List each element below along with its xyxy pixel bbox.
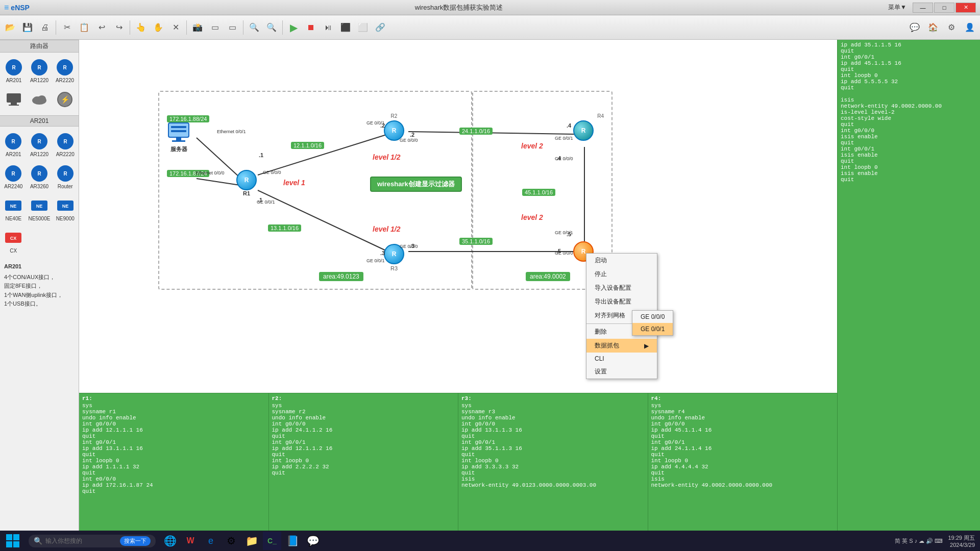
taskbar-terminal[interactable]: C_ bbox=[263, 532, 281, 550]
tb-select[interactable]: 👆 bbox=[133, 19, 149, 36]
sidebar-ar3260[interactable]: R AR3260 bbox=[27, 162, 52, 192]
ne5000e-grid-icon: NE bbox=[30, 196, 48, 215]
tb-play[interactable]: ▶ bbox=[285, 19, 302, 36]
port-ge001-r2: GE 0/0/1 bbox=[366, 120, 385, 126]
router-r4[interactable]: R4 R bbox=[573, 120, 594, 141]
terminal-r2[interactable]: r2: syssysname r2undo info enableint g0/… bbox=[269, 393, 459, 536]
right-terminal[interactable]: ip add 35.1.1.5 16quitint g0/0/1ip add 4… bbox=[837, 40, 980, 536]
sidebar-icon-power[interactable]: ⚡ bbox=[53, 88, 77, 112]
tb-undo[interactable]: ↩ bbox=[93, 19, 110, 36]
tb-stop[interactable]: ⏹ bbox=[303, 19, 319, 36]
svg-text:R: R bbox=[12, 171, 16, 177]
titlebar-right-icons: 菜单▼ bbox=[888, 3, 906, 12]
tb-delete[interactable]: ✕ bbox=[167, 19, 184, 36]
port-eth001: Ethernet 0/0/1 bbox=[217, 129, 246, 134]
canvas-area[interactable]: 服务器 R R1 R2 R R R3 bbox=[79, 40, 837, 536]
minimize-btn[interactable]: — bbox=[913, 3, 933, 13]
submenu-ge000[interactable]: GE 0/0/0 bbox=[632, 311, 673, 323]
tb-rect2[interactable]: ▭ bbox=[224, 19, 240, 36]
r3-content: syssysname r3undo info enableint g0/0/0i… bbox=[461, 403, 645, 488]
sidebar-cx[interactable]: CX CX bbox=[2, 226, 25, 256]
tb-print[interactable]: 🖨 bbox=[37, 19, 53, 36]
tb-user[interactable]: 👤 bbox=[962, 19, 978, 36]
taskbar-wps[interactable]: W bbox=[181, 532, 200, 550]
terminal-r4[interactable]: r4: syssysname r4undo info enableint g0/… bbox=[648, 393, 838, 536]
area-49-0002: area:49.0002 bbox=[526, 272, 570, 281]
sidebar-ne9000[interactable]: NE NE9000 bbox=[54, 194, 77, 224]
tb-paste[interactable]: 📋 bbox=[76, 19, 92, 36]
svg-text:R: R bbox=[12, 65, 16, 70]
sidebar-icon-monitor[interactable] bbox=[2, 88, 26, 112]
ctx-import[interactable]: 导入设备配置 bbox=[586, 281, 657, 295]
start-button[interactable] bbox=[0, 531, 26, 551]
submenu-ge001[interactable]: GE 0/0/1 bbox=[632, 323, 673, 335]
tb-pan[interactable]: ✋ bbox=[150, 19, 166, 36]
toolbar: 📂 💾 🖨 ✂ 📋 ↩ ↪ 👆 ✋ ✕ 📸 ▭ ▭ 🔍 🔍 ▶ ⏹ ⏯ ⬛ ⬜ … bbox=[0, 15, 980, 40]
cx-grid-icon: CX bbox=[4, 229, 22, 247]
router-r1[interactable]: R R1 bbox=[236, 170, 257, 196]
terminal-r3[interactable]: r3: syssysname r3undo info enableint g0/… bbox=[458, 393, 648, 536]
sidebar-ne5000e[interactable]: NE NE5000E bbox=[27, 194, 52, 224]
tb-settings[interactable]: ⚙ bbox=[943, 19, 960, 36]
taskbar-files[interactable]: 📁 bbox=[242, 532, 261, 550]
ctx-export[interactable]: 导出设备配置 bbox=[586, 295, 657, 309]
taskbar-chrome[interactable]: 🌐 bbox=[161, 532, 179, 550]
terminals-area: r1: syssysname r1undo info enableint g0/… bbox=[79, 393, 837, 536]
sidebar-ar1220[interactable]: R AR1220 bbox=[27, 130, 52, 160]
search-btn[interactable]: 搜索一下 bbox=[120, 536, 151, 546]
ctx-start[interactable]: 启动 bbox=[586, 254, 657, 267]
ctx-cli[interactable]: CLI bbox=[586, 353, 657, 365]
sep3 bbox=[186, 20, 187, 35]
svg-line-35 bbox=[197, 179, 240, 185]
tb-white[interactable]: ⬜ bbox=[355, 19, 371, 36]
tb-home[interactable]: 🏠 bbox=[925, 19, 941, 36]
sidebar-router[interactable]: R Router bbox=[54, 162, 77, 192]
ar2240-grid-label: AR2240 bbox=[4, 184, 22, 189]
tb-screenshot[interactable]: 📸 bbox=[189, 19, 206, 36]
tb-zoomin[interactable]: 🔍 bbox=[246, 19, 262, 36]
tb-link[interactable]: 🔗 bbox=[372, 19, 388, 36]
wireshark-filter-btn[interactable]: wireshark创建显示过滤器 bbox=[370, 177, 462, 192]
close-btn[interactable]: ✕ bbox=[955, 3, 976, 13]
server-icon bbox=[166, 119, 191, 144]
ctx-stop[interactable]: 停止 bbox=[586, 267, 657, 281]
network-canvas[interactable]: 服务器 R R1 R2 R R R3 bbox=[79, 40, 837, 393]
search-input[interactable] bbox=[45, 537, 117, 544]
tb-rect[interactable]: ▭ bbox=[207, 19, 223, 36]
svg-rect-47 bbox=[13, 534, 19, 540]
svg-text:⚡: ⚡ bbox=[61, 95, 70, 104]
taskbar-settings[interactable]: ⚙ bbox=[222, 532, 240, 550]
svg-rect-46 bbox=[6, 534, 12, 540]
sidebar-icon-ar201[interactable]: R AR201 bbox=[2, 56, 26, 86]
server-node[interactable]: 服务器 bbox=[166, 119, 191, 153]
window-title: wireshark数据包捕获实验简述 bbox=[415, 3, 503, 12]
sidebar-ar201[interactable]: R AR201 bbox=[2, 130, 25, 160]
tb-redo[interactable]: ↪ bbox=[111, 19, 127, 36]
context-submenu[interactable]: GE 0/0/0 GE 0/0/1 bbox=[632, 310, 673, 336]
terminal-r1[interactable]: r1: syssysname r1undo info enableint g0/… bbox=[79, 393, 269, 536]
tb-open[interactable]: 📂 bbox=[2, 19, 18, 36]
tb-save[interactable]: 💾 bbox=[19, 19, 36, 36]
tb-zoomout[interactable]: 🔍 bbox=[263, 19, 280, 36]
menu-text[interactable]: 菜单▼ bbox=[888, 3, 906, 12]
maximize-btn[interactable]: □ bbox=[934, 3, 954, 13]
ctx-capture[interactable]: 数据抓包 ▶ bbox=[586, 339, 657, 353]
taskbar-edge[interactable]: e bbox=[202, 532, 220, 550]
sidebar-ar2220[interactable]: R AR2220 bbox=[54, 130, 77, 160]
taskbar-app2[interactable]: 📘 bbox=[283, 532, 302, 550]
tb-pause[interactable]: ⏯ bbox=[320, 19, 336, 36]
svg-line-37 bbox=[258, 190, 388, 252]
ctx-settings[interactable]: 设置 bbox=[586, 365, 657, 379]
tb-black[interactable]: ⬛ bbox=[337, 19, 354, 36]
tb-chat[interactable]: 💬 bbox=[906, 19, 923, 36]
port-ge001-r1: GE 0/0/1 bbox=[257, 199, 275, 205]
sidebar-ne40e[interactable]: NE NE40E bbox=[2, 194, 25, 224]
taskbar-search[interactable]: 🔍 搜索一下 bbox=[29, 535, 156, 547]
sidebar-icon-cloud[interactable] bbox=[28, 88, 51, 112]
sidebar-ar2240[interactable]: R AR2240 bbox=[2, 162, 25, 192]
taskbar-wechat[interactable]: 💬 bbox=[304, 532, 322, 550]
sidebar-icon-ar2220[interactable]: R AR2220 bbox=[53, 56, 77, 86]
sidebar-icon-ar1220[interactable]: R AR1220 bbox=[28, 56, 51, 86]
tb-cut[interactable]: ✂ bbox=[59, 19, 75, 36]
r1-circle: R bbox=[236, 170, 257, 190]
